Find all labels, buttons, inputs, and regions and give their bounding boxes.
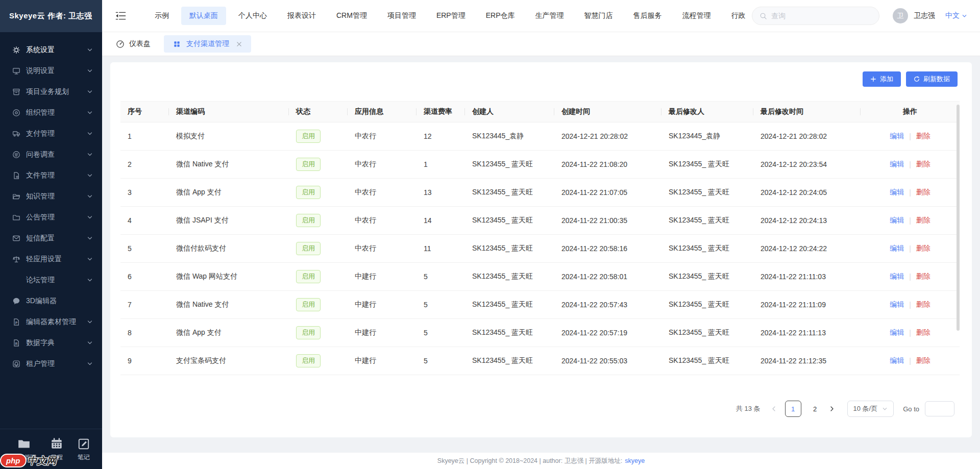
sidebar-item[interactable]: 轻应用设置 [0, 249, 102, 269]
status-badge: 启用 [296, 354, 321, 367]
sidebar-item[interactable]: 公告管理 [0, 207, 102, 228]
nav-item-5[interactable]: 项目管理 [387, 7, 416, 25]
delete-link[interactable]: 删除 [916, 132, 930, 141]
search-input[interactable] [771, 12, 872, 20]
collapse-sidebar-icon[interactable] [115, 12, 126, 20]
svg-text:R: R [15, 342, 18, 345]
delete-link[interactable]: 删除 [916, 300, 930, 309]
avatar[interactable]: 卫 [893, 8, 908, 23]
file-r-icon: R [12, 339, 20, 347]
nav-item-8[interactable]: 生产管理 [535, 7, 564, 25]
delete-link[interactable]: 删除 [916, 188, 930, 197]
sidebar-item[interactable]: 项目业务规划 [0, 81, 102, 102]
column-header: 应用信息 [348, 102, 416, 122]
column-header: 创建人 [465, 102, 554, 122]
sidebar-item[interactable]: 知识管理 [0, 186, 102, 207]
column-header: 渠道费率 [416, 102, 465, 122]
delete-link[interactable]: 删除 [916, 272, 930, 281]
table-row: 7 微信 Native 支付 启用 中建行 5 SK123455_ 蓝天旺 20… [120, 291, 960, 319]
refresh-icon [914, 76, 920, 82]
nav-item-11[interactable]: 流程管理 [682, 7, 710, 25]
edit-link[interactable]: 编辑 [890, 300, 904, 309]
chevron-down-icon [87, 152, 93, 158]
php-badge: php [0, 454, 27, 467]
app-logo: Skyeye云 作者: 卫志强 [0, 0, 102, 32]
sidebar-item[interactable]: 支付管理 [0, 123, 102, 144]
status-badge: 启用 [296, 214, 321, 227]
table-row: 3 微信 App 支付 启用 中农行 13 SK123455_ 蓝天旺 2024… [120, 179, 960, 207]
sidebar-item[interactable]: R数据字典 [0, 332, 102, 353]
chevron-down-icon [87, 319, 93, 325]
refresh-button[interactable]: 刷新数据 [906, 71, 958, 87]
nav-item-0[interactable]: 示例 [155, 7, 169, 25]
search-icon [760, 12, 767, 20]
nav-item-9[interactable]: 智慧门店 [584, 7, 612, 25]
table-row: 4 微信 JSAPI 支付 启用 中农行 14 SK123455_ 蓝天旺 20… [120, 207, 960, 235]
sidebar-item[interactable]: 组织管理 [0, 102, 102, 123]
page-number-2[interactable]: 2 [810, 405, 821, 413]
page-size-select[interactable]: 10 条/页 [847, 401, 894, 417]
shortcut[interactable]: 笔记 [77, 437, 90, 462]
edit-link[interactable]: 编辑 [890, 216, 904, 225]
file-p-icon: P [12, 318, 20, 326]
edit-link[interactable]: 编辑 [890, 188, 904, 197]
gauge-icon[interactable] [116, 40, 125, 48]
chevron-down-icon [87, 214, 93, 220]
tab-dashboard[interactable]: 仪表盘 [129, 39, 151, 48]
delete-link[interactable]: 删除 [916, 216, 930, 225]
sidebar-item[interactable]: 问卷调查 [0, 144, 102, 165]
sidebar-item[interactable]: 说明设置 [0, 60, 102, 81]
prev-page-icon[interactable] [771, 406, 777, 412]
sidebar-item[interactable]: P编辑器素材管理 [0, 311, 102, 332]
status-badge: 启用 [296, 270, 321, 283]
add-button[interactable]: 添加 [863, 71, 901, 87]
language-switcher[interactable]: 中文 [945, 11, 967, 20]
chevron-down-icon [87, 131, 93, 137]
sidebar-item[interactable]: 3D编辑器 [0, 290, 102, 311]
vertical-scrollbar[interactable] [957, 105, 960, 331]
nav-item-4[interactable]: CRM管理 [336, 7, 367, 25]
sidebar-item[interactable]: 短信配置 [0, 228, 102, 249]
nav-item-2[interactable]: 个人中心 [238, 7, 267, 25]
edit-link[interactable]: 编辑 [890, 356, 904, 365]
tab-bar: 仪表盘 支付渠道管理 [102, 32, 980, 56]
page-number-1[interactable]: 1 [785, 401, 801, 417]
chevron-down-icon [87, 256, 93, 262]
close-icon[interactable] [236, 41, 242, 47]
footer-link[interactable]: skyeye [625, 457, 645, 464]
nav-item-10[interactable]: 售后服务 [633, 7, 662, 25]
nav-item-3[interactable]: 报表设计 [287, 7, 316, 25]
page-numbers: 12 [785, 401, 829, 417]
user-name[interactable]: 卫志强 [914, 11, 935, 20]
column-header: 渠道编码 [169, 102, 289, 122]
nav-item-1[interactable]: 默认桌面 [181, 7, 226, 25]
tab-payment-channel[interactable]: 支付渠道管理 [164, 35, 251, 53]
edit-link[interactable]: 编辑 [890, 244, 904, 253]
edit-link[interactable]: 编辑 [890, 328, 904, 337]
mail-icon [12, 234, 20, 242]
next-page-icon[interactable] [829, 406, 835, 412]
delete-link[interactable]: 删除 [916, 328, 930, 337]
edit-link[interactable]: 编辑 [890, 272, 904, 281]
table-row: 5 微信付款码支付 启用 中农行 11 SK123455_ 蓝天旺 2024-1… [120, 235, 960, 263]
sidebar-menu: 系统设置说明设置项目业务规划组织管理支付管理问卷调查文件管理知识管理公告管理短信… [0, 32, 102, 429]
delete-link[interactable]: 删除 [916, 244, 930, 253]
edit-link[interactable]: 编辑 [890, 160, 904, 169]
chevron-down-icon [87, 89, 93, 95]
delete-link[interactable]: 删除 [916, 160, 930, 169]
goto-page-input[interactable] [925, 401, 954, 416]
nav-item-6[interactable]: ERP管理 [436, 7, 465, 25]
nav-item-12[interactable]: 行政 [731, 7, 745, 25]
edit-link[interactable]: 编辑 [890, 132, 904, 141]
main-content: 添加 刷新数据 序号渠道编码状态应用信息渠道费率创建人创建时间最后修改人最后修改… [102, 56, 980, 469]
column-header: 最后修改人 [662, 102, 753, 122]
folder-fill-icon [17, 437, 31, 451]
pagination: 共 13 条 12 10 条/页 Go to [736, 401, 954, 417]
delete-link[interactable]: 删除 [916, 356, 930, 365]
sidebar-item[interactable]: 论坛管理 [0, 269, 102, 290]
sidebar-item[interactable]: 系统设置 [0, 39, 102, 60]
nav-item-7[interactable]: ERP仓库 [486, 7, 515, 25]
status-badge: 启用 [296, 130, 321, 143]
sidebar-item[interactable]: 文件管理 [0, 165, 102, 186]
sidebar-item[interactable]: 租户管理 [0, 353, 102, 374]
